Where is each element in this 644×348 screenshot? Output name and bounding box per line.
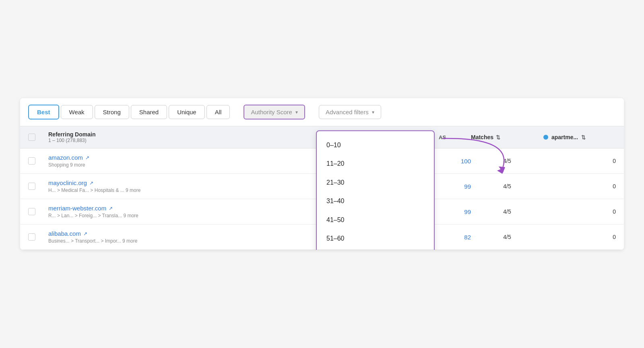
domain-sort-icon[interactable]: ⇅ [581, 134, 586, 140]
matches-value: 4/5 [471, 183, 543, 189]
tab-strong[interactable]: Strong [95, 105, 129, 119]
matches-value: 4/5 [471, 208, 543, 215]
authority-score-label: Authority Score [251, 109, 292, 115]
header-checkbox[interactable] [28, 134, 48, 141]
dropdown-option[interactable]: 41–50 [317, 211, 434, 229]
count-value: 0 [543, 208, 616, 215]
header-domain-label: apartme... [551, 134, 578, 140]
external-link-icon: ↗ [109, 206, 113, 211]
filter-bar: Best Weak Strong Shared Unique All Autho… [20, 98, 624, 126]
domain-name: amazon.com [48, 154, 83, 161]
authority-score-panel: 0–1011–2021–3031–4041–5051–60 Custom ran… [316, 130, 435, 250]
tab-best[interactable]: Best [28, 105, 59, 119]
matches-sort-icon[interactable]: ⇅ [496, 134, 500, 140]
row-checkbox[interactable] [28, 183, 48, 190]
external-link-icon: ↗ [85, 155, 89, 161]
count-value: 0 [543, 158, 616, 164]
header-domain-column: apartme... ⇅ [543, 134, 616, 140]
domain-dot-icon [543, 135, 548, 140]
authority-score-value: 99 [439, 208, 471, 215]
tab-unique[interactable]: Unique [169, 105, 205, 119]
domain-name: merriam-webster.com [48, 205, 106, 212]
dropdown-option[interactable]: 51–60 [317, 229, 434, 248]
tab-all[interactable]: All [206, 105, 230, 119]
row-checkbox[interactable] [28, 208, 48, 215]
dropdown-option[interactable]: 11–20 [317, 154, 434, 173]
authority-score-dropdown[interactable]: Authority Score ▾ [244, 105, 305, 119]
tab-shared[interactable]: Shared [131, 105, 167, 119]
row-checkbox[interactable] [28, 157, 48, 165]
dropdown-option[interactable]: 21–30 [317, 173, 434, 192]
authority-score-value: 99 [439, 183, 471, 190]
header-as: AS [439, 134, 471, 140]
advanced-filters-dropdown[interactable]: Advanced filters ▾ [319, 105, 381, 119]
dropdown-options-list: 0–1011–2021–3031–4041–5051–60 [317, 131, 434, 248]
dropdown-option[interactable]: 0–10 [317, 136, 434, 154]
dropdown-option[interactable]: 31–40 [317, 192, 434, 210]
external-link-icon: ↗ [89, 180, 93, 186]
authority-score-value: 82 [439, 234, 471, 241]
count-value: 0 [543, 234, 616, 240]
advanced-filters-chevron-icon: ▾ [372, 109, 374, 115]
header-matches: Matches ⇅ [471, 134, 543, 140]
domain-name: alibaba.com [48, 230, 81, 237]
tab-weak[interactable]: Weak [61, 105, 93, 119]
row-checkbox[interactable] [28, 233, 48, 241]
dropdown-divider [317, 249, 434, 250]
external-link-icon: ↗ [83, 231, 87, 237]
advanced-filters-label: Advanced filters [326, 109, 369, 115]
count-value: 0 [543, 183, 616, 189]
authority-score-chevron-icon: ▾ [295, 109, 298, 115]
matches-value: 4/5 [471, 234, 543, 240]
matches-value: 4/5 [471, 158, 543, 164]
domain-name: mayoclinic.org [48, 179, 87, 186]
header-matches-label: Matches [471, 134, 493, 140]
authority-score-value: 100 [439, 158, 471, 165]
